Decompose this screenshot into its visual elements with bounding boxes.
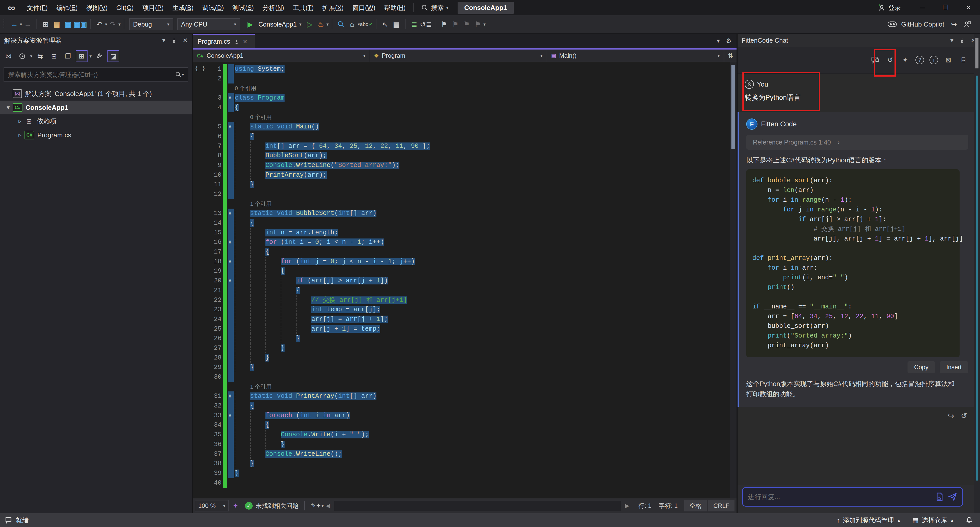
chat-list-scrollbar-thumb[interactable] (976, 76, 978, 481)
document-outline-button[interactable]: ▤ (391, 18, 402, 30)
search-button[interactable]: 搜索 ▾ (417, 3, 452, 12)
tree-item--[interactable]: ▹⊞依赖项 (0, 115, 192, 128)
close-button[interactable]: ✕ (957, 0, 980, 15)
menu-item-n[interactable]: 分析(N) (258, 0, 288, 15)
code-line-15[interactable]: 15int n = arr.Length; (193, 228, 730, 238)
chevron-down-icon[interactable]: ▾ (717, 37, 720, 45)
code-health-icon[interactable]: ✦ (233, 502, 239, 510)
new-project-button[interactable]: ⊞ (40, 18, 51, 30)
close-tab-icon[interactable]: ✕ (243, 38, 247, 45)
reference-chip[interactable]: Reference Program.cs 1:40 › (746, 135, 968, 150)
codelens-row[interactable]: 1 个引用 (193, 199, 730, 209)
notifications-bell-icon[interactable] (966, 516, 973, 524)
code-line-38[interactable]: 38} (193, 459, 730, 468)
code-line-26[interactable]: 26} (193, 334, 730, 344)
expand-arrow-icon[interactable]: ▾ (3, 104, 13, 111)
code-line-19[interactable]: 19{ (193, 266, 730, 276)
menu-item-w[interactable]: 窗口(W) (348, 0, 380, 15)
menu-item-g[interactable]: Git(G) (112, 0, 138, 15)
code-line-17[interactable]: 17{ (193, 247, 730, 257)
line-ending-mode[interactable]: CRLF (708, 500, 735, 511)
solution-search-input[interactable] (8, 71, 175, 78)
collapse-arrow-icon[interactable]: ▹ (15, 118, 24, 124)
code-line-28[interactable]: 28} (193, 353, 730, 363)
select-pointer-button[interactable]: ↖ (380, 18, 391, 30)
editor-vertical-scrollbar[interactable] (730, 62, 737, 498)
collapse-all-icon[interactable]: ⊟ (48, 50, 60, 62)
find-in-files-button[interactable] (335, 18, 347, 30)
tree-item-consoleapp1[interactable]: ▾C#ConsoleApp1 (0, 100, 192, 115)
code-cleanup-icon[interactable]: ✎✦ (310, 500, 321, 512)
column-indicator[interactable]: 字符: 1 (659, 502, 678, 510)
fold-chevron-icon[interactable]: ∨ (226, 93, 234, 103)
scrollbar-thumb[interactable] (975, 38, 978, 68)
undo-button[interactable]: ↶ (94, 18, 105, 30)
save-button[interactable]: ▣ (62, 18, 74, 30)
chat-scrollbar[interactable] (974, 34, 980, 513)
redo-button[interactable]: ↷ (107, 18, 118, 30)
zoom-dropdown[interactable]: 100 %▾ (195, 500, 229, 511)
code-line-31[interactable]: 31∨static void PrintArray(int[] arr) (193, 392, 730, 401)
indent-lines-button[interactable]: ≣ (409, 18, 420, 30)
tab-program-cs[interactable]: Program.cs ✕ (193, 34, 255, 48)
code-line-37[interactable]: 37Console.WriteLine(); (193, 449, 730, 459)
scroll-left-icon[interactable]: ◀ (324, 503, 332, 509)
restore-button[interactable]: ❐ (934, 0, 957, 15)
fold-chevron-icon[interactable]: ∨ (226, 392, 234, 401)
code-line-34[interactable]: 34{ (193, 420, 730, 430)
code-line-16[interactable]: 16∨for (int i = 0; i < n - 1; i++) (193, 237, 730, 247)
breadcrumb-program[interactable]: ❖Program▾ (370, 49, 547, 62)
close-icon[interactable]: ✕ (183, 37, 188, 44)
code-line-30[interactable]: 30 (193, 372, 730, 382)
menu-item-v[interactable]: 视图(V) (82, 0, 112, 15)
code-line-5[interactable]: 5∨static void Main() (193, 122, 730, 132)
chat-input-box[interactable] (742, 487, 963, 506)
minimize-button[interactable]: ─ (911, 0, 934, 15)
toggle-bookmark-button[interactable]: ⚑ (438, 18, 450, 30)
pin-icon[interactable] (234, 39, 239, 45)
breadcrumb-main[interactable]: ▣Main()▾ (547, 49, 724, 62)
menu-item-b[interactable]: 生成(B) (168, 0, 198, 15)
sync-with-active-document-icon[interactable]: ⇆ (35, 50, 46, 62)
pending-changes-filter-icon[interactable] (16, 50, 28, 62)
line-indicator[interactable]: 行: 1 (638, 502, 652, 510)
share-icon[interactable]: ↪ (948, 18, 959, 30)
menu-item-t[interactable]: 工具(T) (288, 0, 318, 15)
problems-indicator[interactable]: ✓ 未找到相关问题 (245, 502, 299, 510)
collapse-arrow-icon[interactable]: ▹ (15, 132, 24, 139)
code-line-23[interactable]: 23int temp = arr[j]; (193, 305, 730, 315)
code-line-14[interactable]: 14{ (193, 218, 730, 228)
menu-item-f[interactable]: 文件(F) (22, 0, 52, 15)
sign-in-button[interactable]: 登录 (878, 3, 901, 12)
code-line-7[interactable]: 7int[] arr = { 64, 34, 25, 12, 22, 11, 9… (193, 142, 730, 151)
send-feedback-icon[interactable] (964, 21, 971, 28)
fold-chevron-icon[interactable]: ∨ (226, 209, 234, 218)
exit-icon[interactable]: ⍈ (959, 55, 968, 65)
start-without-debug-button[interactable]: ▷ (304, 18, 315, 30)
code-line-2[interactable]: 2 (193, 74, 730, 84)
magic-wand-icon[interactable]: ✦ (900, 55, 910, 65)
code-line-36[interactable]: 36} (193, 440, 730, 449)
chat-reply-input[interactable] (748, 493, 931, 501)
scroll-right-icon[interactable]: ▶ (623, 503, 632, 509)
copilot-label[interactable]: GitHub Copilot (901, 21, 944, 28)
show-all-files-icon[interactable]: ⊞ (76, 50, 88, 62)
pin-icon[interactable] (959, 37, 965, 43)
code-line-33[interactable]: 33∨foreach (int i in arr) (193, 411, 730, 420)
code-editor[interactable]: { } 1using System;20 个引用3∨class Program4… (193, 62, 730, 498)
preview-selected-items-icon[interactable]: ◪ (107, 50, 119, 62)
fold-chevron-icon[interactable]: ∨ (226, 411, 234, 420)
tree-item-program-cs[interactable]: ▹C#Program.cs (0, 128, 192, 142)
copy-documents-icon[interactable]: ❐ (62, 50, 74, 62)
open-file-button[interactable]: ▤ (51, 18, 62, 30)
gear-icon[interactable]: ⚙ (726, 37, 732, 45)
menu-item-p[interactable]: 项目(P) (138, 0, 168, 15)
insert-button[interactable]: Insert (940, 361, 968, 373)
platform-dropdown[interactable]: Any CPU▾ (177, 18, 240, 30)
split-view-icon[interactable]: ⇅ (724, 49, 737, 62)
regenerate-icon[interactable]: ↺ (961, 411, 967, 420)
code-line-25[interactable]: 25arr[j + 1] = temp; (193, 324, 730, 334)
navigate-forward-button[interactable]: → (22, 18, 33, 30)
code-line-10[interactable]: 10PrintArray(arr); (193, 170, 730, 180)
info-icon[interactable]: i (929, 56, 938, 64)
